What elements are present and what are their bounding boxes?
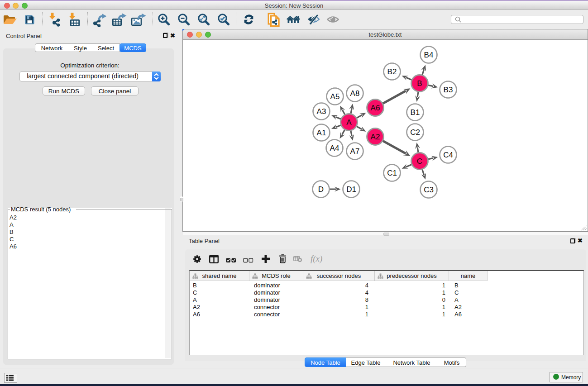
- svg-text:B: B: [417, 79, 422, 88]
- svg-text:A2: A2: [371, 133, 380, 141]
- svg-text:B4: B4: [424, 51, 434, 59]
- svg-text:B1: B1: [411, 108, 420, 117]
- svg-text:A1: A1: [317, 129, 326, 137]
- svg-text:A4: A4: [330, 144, 339, 152]
- svg-text:C1: C1: [387, 169, 397, 177]
- svg-text:B2: B2: [387, 67, 397, 76]
- svg-text:D1: D1: [346, 185, 356, 194]
- svg-text:A8: A8: [350, 89, 360, 98]
- svg-text:A7: A7: [350, 147, 360, 156]
- svg-text:C4: C4: [443, 151, 453, 159]
- svg-text:C3: C3: [424, 186, 434, 194]
- svg-text:A5: A5: [330, 92, 340, 101]
- svg-text:C2: C2: [410, 128, 420, 137]
- svg-text:A: A: [346, 118, 352, 127]
- svg-text:A6: A6: [371, 104, 380, 112]
- svg-text:C: C: [417, 157, 422, 166]
- svg-text:B3: B3: [444, 86, 453, 94]
- svg-text:A3: A3: [317, 107, 326, 116]
- svg-text:D: D: [318, 185, 324, 194]
